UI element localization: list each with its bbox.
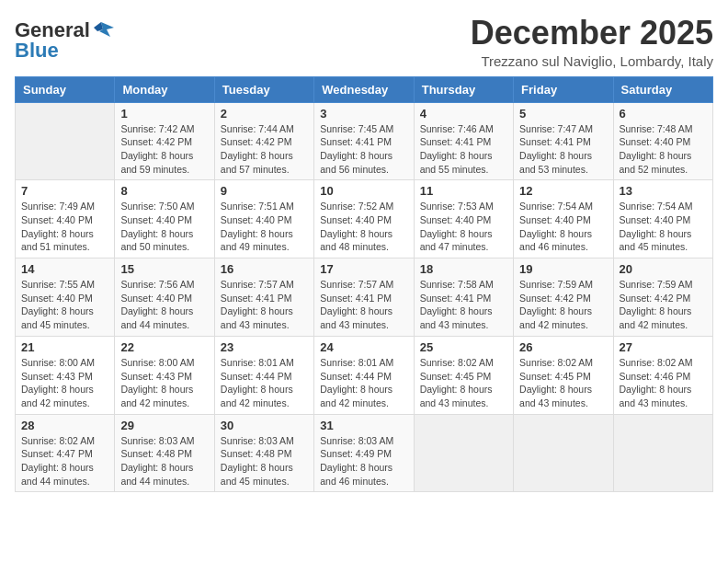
weekday-header-monday: Monday bbox=[115, 76, 214, 102]
weekday-header-wednesday: Wednesday bbox=[314, 76, 414, 102]
day-info: Sunrise: 7:59 AMSunset: 4:42 PMDaylight:… bbox=[519, 278, 607, 332]
title-block: December 2025 Trezzano sul Naviglio, Lom… bbox=[471, 15, 713, 69]
day-info: Sunrise: 7:57 AMSunset: 4:41 PMDaylight:… bbox=[221, 278, 308, 332]
location: Trezzano sul Naviglio, Lombardy, Italy bbox=[471, 53, 713, 69]
day-number: 2 bbox=[221, 107, 308, 121]
day-number: 1 bbox=[120, 107, 208, 121]
day-number: 7 bbox=[21, 184, 108, 198]
logo: General Blue bbox=[15, 18, 116, 63]
weekday-header-friday: Friday bbox=[514, 76, 613, 102]
day-number: 13 bbox=[620, 184, 707, 198]
day-info: Sunrise: 7:53 AMSunset: 4:40 PMDaylight:… bbox=[420, 200, 507, 254]
day-info: Sunrise: 7:49 AMSunset: 4:40 PMDaylight:… bbox=[21, 200, 108, 254]
calendar-cell: 11Sunrise: 7:53 AMSunset: 4:40 PMDayligh… bbox=[414, 180, 513, 259]
weekday-header-sunday: Sunday bbox=[16, 76, 115, 102]
calendar-cell: 10Sunrise: 7:52 AMSunset: 4:40 PMDayligh… bbox=[314, 180, 414, 259]
day-info: Sunrise: 7:44 AMSunset: 4:42 PMDaylight:… bbox=[221, 122, 308, 177]
calendar-cell: 20Sunrise: 7:59 AMSunset: 4:42 PMDayligh… bbox=[613, 259, 712, 337]
logo-blue-text: Blue bbox=[15, 39, 59, 63]
day-info: Sunrise: 7:50 AMSunset: 4:40 PMDaylight:… bbox=[120, 200, 208, 254]
day-info: Sunrise: 7:48 AMSunset: 4:40 PMDaylight:… bbox=[620, 122, 707, 177]
page-header: General Blue December 2025 Trezzano sul … bbox=[15, 15, 713, 69]
calendar-cell: 24Sunrise: 8:01 AMSunset: 4:44 PMDayligh… bbox=[314, 336, 414, 414]
day-number: 6 bbox=[620, 107, 707, 121]
day-info: Sunrise: 7:46 AMSunset: 4:41 PMDaylight:… bbox=[420, 122, 507, 177]
calendar-cell: 31Sunrise: 8:03 AMSunset: 4:49 PMDayligh… bbox=[314, 414, 414, 492]
calendar-cell: 30Sunrise: 8:03 AMSunset: 4:48 PMDayligh… bbox=[214, 414, 313, 492]
calendar-cell: 3Sunrise: 7:45 AMSunset: 4:41 PMDaylight… bbox=[314, 102, 414, 180]
calendar-cell: 1Sunrise: 7:42 AMSunset: 4:42 PMDaylight… bbox=[115, 102, 214, 180]
day-number: 16 bbox=[221, 262, 308, 276]
calendar-cell: 23Sunrise: 8:01 AMSunset: 4:44 PMDayligh… bbox=[214, 336, 313, 414]
calendar-cell bbox=[414, 414, 513, 492]
day-info: Sunrise: 8:02 AMSunset: 4:45 PMDaylight:… bbox=[519, 356, 607, 410]
calendar-cell: 21Sunrise: 8:00 AMSunset: 4:43 PMDayligh… bbox=[16, 336, 115, 414]
day-number: 14 bbox=[21, 262, 108, 276]
day-number: 28 bbox=[21, 419, 108, 432]
day-info: Sunrise: 8:01 AMSunset: 4:44 PMDaylight:… bbox=[221, 356, 308, 410]
calendar-cell: 27Sunrise: 8:02 AMSunset: 4:46 PMDayligh… bbox=[613, 336, 712, 414]
weekday-header-tuesday: Tuesday bbox=[214, 76, 313, 102]
day-number: 4 bbox=[420, 107, 507, 121]
calendar-cell: 15Sunrise: 7:56 AMSunset: 4:40 PMDayligh… bbox=[115, 259, 214, 337]
calendar-cell: 14Sunrise: 7:55 AMSunset: 4:40 PMDayligh… bbox=[16, 259, 115, 337]
calendar-cell: 4Sunrise: 7:46 AMSunset: 4:41 PMDaylight… bbox=[414, 102, 513, 180]
day-info: Sunrise: 7:55 AMSunset: 4:40 PMDaylight:… bbox=[21, 278, 108, 332]
calendar-cell: 19Sunrise: 7:59 AMSunset: 4:42 PMDayligh… bbox=[514, 259, 613, 337]
calendar-cell: 5Sunrise: 7:47 AMSunset: 4:41 PMDaylight… bbox=[514, 102, 613, 180]
day-number: 23 bbox=[221, 340, 308, 354]
week-row-5: 28Sunrise: 8:02 AMSunset: 4:47 PMDayligh… bbox=[16, 414, 713, 492]
day-number: 27 bbox=[620, 340, 707, 354]
day-info: Sunrise: 8:02 AMSunset: 4:45 PMDaylight:… bbox=[420, 356, 507, 410]
calendar-cell: 13Sunrise: 7:54 AMSunset: 4:40 PMDayligh… bbox=[613, 180, 712, 259]
calendar-cell: 2Sunrise: 7:44 AMSunset: 4:42 PMDaylight… bbox=[214, 102, 313, 180]
calendar-cell bbox=[514, 414, 613, 492]
day-number: 18 bbox=[420, 262, 507, 276]
weekday-header-row: SundayMondayTuesdayWednesdayThursdayFrid… bbox=[16, 76, 713, 102]
day-number: 24 bbox=[320, 340, 407, 354]
day-number: 26 bbox=[519, 340, 607, 354]
day-number: 9 bbox=[221, 184, 308, 198]
day-number: 12 bbox=[519, 184, 607, 198]
day-info: Sunrise: 8:01 AMSunset: 4:44 PMDaylight:… bbox=[320, 356, 407, 410]
calendar-table: SundayMondayTuesdayWednesdayThursdayFrid… bbox=[15, 76, 713, 493]
calendar-cell: 16Sunrise: 7:57 AMSunset: 4:41 PMDayligh… bbox=[214, 259, 313, 337]
day-info: Sunrise: 7:45 AMSunset: 4:41 PMDaylight:… bbox=[320, 122, 407, 177]
day-info: Sunrise: 7:59 AMSunset: 4:42 PMDaylight:… bbox=[620, 278, 707, 332]
calendar-cell: 26Sunrise: 8:02 AMSunset: 4:45 PMDayligh… bbox=[514, 336, 613, 414]
calendar-cell: 8Sunrise: 7:50 AMSunset: 4:40 PMDaylight… bbox=[115, 180, 214, 259]
day-number: 3 bbox=[320, 107, 407, 121]
calendar-cell bbox=[613, 414, 712, 492]
calendar-cell: 18Sunrise: 7:58 AMSunset: 4:41 PMDayligh… bbox=[414, 259, 513, 337]
weekday-header-thursday: Thursday bbox=[414, 76, 513, 102]
day-info: Sunrise: 8:03 AMSunset: 4:48 PMDaylight:… bbox=[120, 434, 208, 488]
calendar-cell: 22Sunrise: 8:00 AMSunset: 4:43 PMDayligh… bbox=[115, 336, 214, 414]
day-number: 19 bbox=[519, 262, 607, 276]
calendar-cell: 12Sunrise: 7:54 AMSunset: 4:40 PMDayligh… bbox=[514, 180, 613, 259]
day-number: 10 bbox=[320, 184, 407, 198]
day-number: 21 bbox=[21, 340, 108, 354]
day-info: Sunrise: 8:02 AMSunset: 4:47 PMDaylight:… bbox=[21, 434, 108, 488]
week-row-2: 7Sunrise: 7:49 AMSunset: 4:40 PMDaylight… bbox=[16, 180, 713, 259]
calendar-cell bbox=[16, 102, 115, 180]
day-info: Sunrise: 7:52 AMSunset: 4:40 PMDaylight:… bbox=[320, 200, 407, 254]
calendar-cell: 6Sunrise: 7:48 AMSunset: 4:40 PMDaylight… bbox=[613, 102, 712, 180]
day-number: 25 bbox=[420, 340, 507, 354]
day-number: 29 bbox=[120, 419, 208, 432]
week-row-4: 21Sunrise: 8:00 AMSunset: 4:43 PMDayligh… bbox=[16, 336, 713, 414]
day-info: Sunrise: 8:03 AMSunset: 4:49 PMDaylight:… bbox=[320, 434, 407, 488]
day-number: 30 bbox=[221, 419, 308, 432]
day-number: 31 bbox=[320, 419, 407, 432]
day-info: Sunrise: 8:02 AMSunset: 4:46 PMDaylight:… bbox=[620, 356, 707, 410]
day-info: Sunrise: 7:56 AMSunset: 4:40 PMDaylight:… bbox=[120, 278, 208, 332]
calendar-cell: 7Sunrise: 7:49 AMSunset: 4:40 PMDaylight… bbox=[16, 180, 115, 259]
day-number: 8 bbox=[120, 184, 208, 198]
day-info: Sunrise: 7:57 AMSunset: 4:41 PMDaylight:… bbox=[320, 278, 407, 332]
calendar-cell: 17Sunrise: 7:57 AMSunset: 4:41 PMDayligh… bbox=[314, 259, 414, 337]
day-info: Sunrise: 8:00 AMSunset: 4:43 PMDaylight:… bbox=[21, 356, 108, 410]
month-title: December 2025 bbox=[471, 15, 713, 52]
day-number: 11 bbox=[420, 184, 507, 198]
day-number: 15 bbox=[120, 262, 208, 276]
day-number: 17 bbox=[320, 262, 407, 276]
day-number: 20 bbox=[620, 262, 707, 276]
